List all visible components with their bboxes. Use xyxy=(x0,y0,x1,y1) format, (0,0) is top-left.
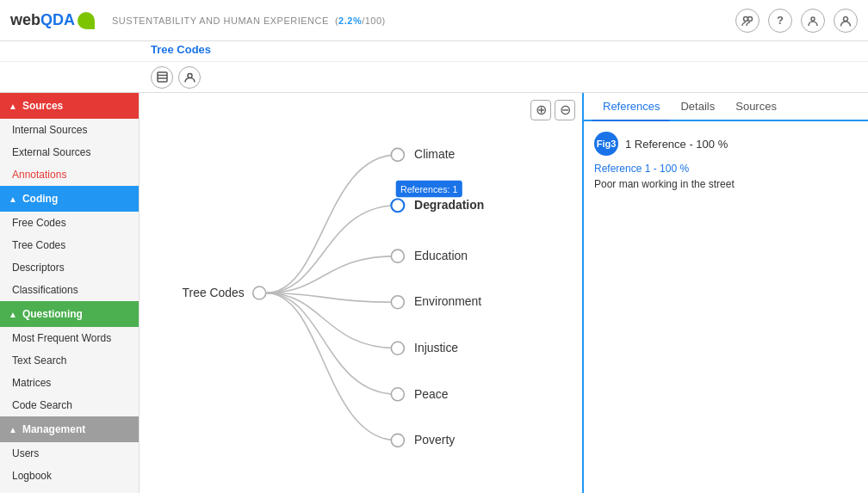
node-degradation[interactable] xyxy=(391,199,404,212)
reference-icon: Fig3 xyxy=(594,132,618,156)
label-poverty: Poverty xyxy=(414,433,455,447)
root-node[interactable] xyxy=(253,287,266,299)
svg-point-2 xyxy=(811,17,815,21)
svg-point-1 xyxy=(748,16,753,21)
sidebar-questioning-header[interactable]: ▲ Questioning xyxy=(0,301,139,327)
svg-point-3 xyxy=(844,16,848,21)
zoom-in-icon: ⊕ xyxy=(536,103,547,117)
sidebar-item-text-search[interactable]: Text Search xyxy=(0,349,139,372)
label-injustice: Injustice xyxy=(414,341,458,354)
sources-arrow-icon: ▲ xyxy=(9,102,17,111)
logo-leaf-icon xyxy=(78,12,95,29)
degradation-badge-label: References: 1 xyxy=(400,184,458,194)
right-panel-tabs: References Details Sources xyxy=(584,93,868,121)
sidebar-item-internal-sources[interactable]: Internal Sources xyxy=(0,119,139,141)
tab-references[interactable]: References xyxy=(592,93,670,121)
help-icon-btn[interactable]: ? xyxy=(768,9,792,33)
node-poverty[interactable] xyxy=(391,434,404,447)
sidebar-item-most-frequent-words[interactable]: Most Frequent Words xyxy=(0,327,139,349)
sidebar-management-header[interactable]: ▲ Management xyxy=(0,416,139,442)
label-peace: Peace xyxy=(414,387,449,401)
management-label: Management xyxy=(22,423,85,435)
sidebar-item-matrices[interactable]: Matrices xyxy=(0,372,139,394)
zoom-out-icon: ⊖ xyxy=(560,103,571,117)
node-peace[interactable] xyxy=(391,388,404,401)
root-label: Tree Codes xyxy=(183,286,245,299)
questioning-arrow-icon: ▲ xyxy=(9,310,17,319)
subtitle-bar: Tree Codes xyxy=(0,41,868,62)
profile-icon-btn[interactable] xyxy=(834,9,858,33)
node-environment[interactable] xyxy=(391,296,404,309)
reference-detail-title: Reference 1 - 100 % xyxy=(594,163,858,175)
tab-details[interactable]: Details xyxy=(670,93,725,121)
logo-web: web xyxy=(10,11,40,29)
project-title: SUSTENTABILITY AND HUMAN EXPERIENCE (2.2… xyxy=(112,15,735,26)
coding-arrow-icon: ▲ xyxy=(9,194,17,204)
sidebar-item-annotations[interactable]: Annotations xyxy=(0,163,139,186)
node-injustice[interactable] xyxy=(391,342,404,354)
group-icon-btn[interactable] xyxy=(735,9,760,33)
node-education[interactable] xyxy=(391,250,404,262)
zoom-in-btn[interactable]: ⊕ xyxy=(530,100,551,120)
reference-count-label: 1 Reference - 100 % xyxy=(625,138,728,151)
top-icons: ? xyxy=(735,9,858,33)
question-icon: ? xyxy=(777,14,784,27)
main-layout: ▲ Sources Internal Sources External Sour… xyxy=(0,93,868,493)
user-settings-icon-btn[interactable] xyxy=(801,9,825,33)
sidebar-item-code-search[interactable]: Code Search xyxy=(0,394,139,416)
zoom-out-btn[interactable]: ⊖ xyxy=(555,100,575,120)
list-view-icon-btn[interactable] xyxy=(151,66,173,89)
coding-label: Coding xyxy=(22,193,58,205)
label-education: Education xyxy=(414,249,468,262)
right-panel-content: Fig3 1 Reference - 100 % Reference 1 - 1… xyxy=(584,121,868,493)
tree-diagram: Tree Codes Climate References: 1 xyxy=(140,93,582,493)
sidebar-item-external-sources[interactable]: External Sources xyxy=(0,141,139,163)
node-climate[interactable] xyxy=(391,148,404,161)
tree-panel: ⊕ ⊖ Tree Codes xyxy=(140,93,584,493)
tab-sources[interactable]: Sources xyxy=(725,93,787,121)
topbar: webQDA SUSTENTABILITY AND HUMAN EXPERIEN… xyxy=(0,0,868,41)
sidebar: ▲ Sources Internal Sources External Sour… xyxy=(0,93,140,493)
sidebar-item-users[interactable]: Users xyxy=(0,442,139,465)
page-title: Tree Codes xyxy=(151,43,211,56)
label-degradation: Degradation xyxy=(414,198,484,212)
user-list-icon-btn[interactable] xyxy=(178,66,201,89)
sidebar-item-descriptors[interactable]: Descriptors xyxy=(0,256,139,279)
sidebar-item-tree-codes[interactable]: Tree Codes xyxy=(0,234,139,256)
management-arrow-icon: ▲ xyxy=(9,425,17,434)
toolbar xyxy=(0,62,868,93)
reference-item: Fig3 1 Reference - 100 % xyxy=(594,132,858,156)
sidebar-sources-header[interactable]: ▲ Sources xyxy=(0,93,139,119)
sidebar-item-classifications[interactable]: Classifications xyxy=(0,279,139,301)
reference-detail: Reference 1 - 100 % Poor man working in … xyxy=(594,163,858,190)
svg-rect-4 xyxy=(158,72,167,82)
sidebar-coding-header[interactable]: ▲ Coding xyxy=(0,186,139,212)
label-environment: Environment xyxy=(414,294,481,308)
logo: webQDA xyxy=(10,11,95,29)
reference-detail-text: Poor man working in the street xyxy=(594,178,858,190)
sidebar-item-workflow[interactable]: Workflow xyxy=(0,487,139,493)
tree-zoom-controls: ⊕ ⊖ xyxy=(530,100,575,120)
questioning-label: Questioning xyxy=(22,308,83,320)
label-climate: Climate xyxy=(414,147,455,161)
logo-qda: QDA xyxy=(40,11,75,29)
sidebar-item-logbook[interactable]: Logbook xyxy=(0,465,139,487)
sidebar-item-free-codes[interactable]: Free Codes xyxy=(0,212,139,234)
sources-label: Sources xyxy=(22,100,63,112)
right-panel: References Details Sources Fig3 1 Refere… xyxy=(584,93,868,493)
